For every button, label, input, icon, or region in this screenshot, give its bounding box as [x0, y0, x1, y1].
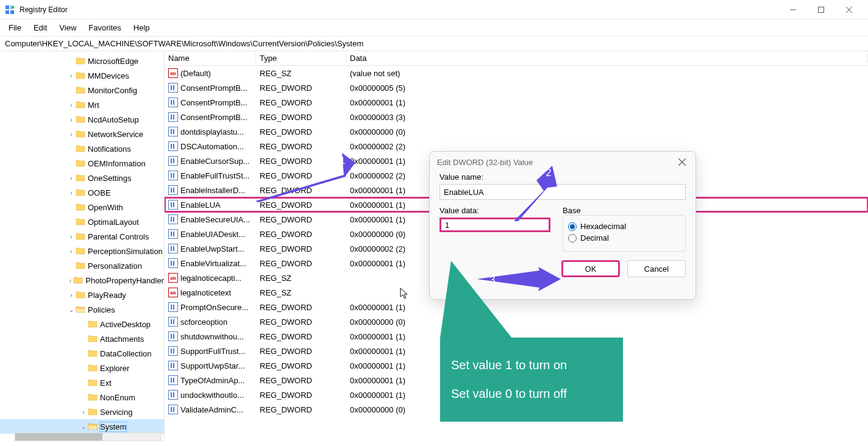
- reg-dword-icon: [168, 141, 178, 151]
- folder-icon: [76, 129, 85, 139]
- chevron-right-icon[interactable]: ›: [67, 248, 76, 255]
- tree-item[interactable]: ⌄Policies: [0, 302, 164, 317]
- callout-number-1: 1: [334, 152, 351, 169]
- tree-item-label: OOBE: [88, 188, 111, 197]
- chevron-right-icon[interactable]: ›: [67, 175, 76, 182]
- folder-icon: [76, 158, 85, 168]
- list-row[interactable]: dontdisplaylastu...REG_DWORD0x00000000 (…: [165, 124, 868, 139]
- tree-item-label: NetworkService: [88, 130, 143, 139]
- folder-icon: [73, 275, 83, 285]
- menu-view[interactable]: View: [53, 21, 82, 35]
- value-data-input[interactable]: [439, 218, 550, 232]
- list-row[interactable]: ConsentPromptB...REG_DWORD0x00000001 (1): [165, 95, 868, 110]
- value-type: REG_DWORD: [256, 142, 346, 151]
- list-row[interactable]: ab(Default)REG_SZ(value not set): [165, 66, 868, 80]
- tree-item[interactable]: ›NcdAutoSetup: [0, 112, 164, 127]
- reg-dword-icon: [168, 185, 178, 195]
- scrollbar-thumb[interactable]: [15, 433, 102, 441]
- tree-item[interactable]: ›Parental Controls: [0, 229, 164, 244]
- minimize-button[interactable]: [779, 0, 807, 19]
- folder-icon: [88, 378, 98, 388]
- column-data[interactable]: Data: [346, 54, 868, 63]
- tree-item-label: System: [100, 422, 126, 431]
- value-type: REG_DWORD: [256, 98, 346, 107]
- tree-item[interactable]: ⌄System: [0, 419, 164, 434]
- value-name: EnableVirtualizat...: [180, 259, 246, 268]
- registry-tree[interactable]: MicrosoftEdge›MMDevicesMonitorConfig›Mrt…: [0, 51, 165, 441]
- tree-item[interactable]: ActiveDesktop: [0, 317, 164, 331]
- chevron-down-icon[interactable]: ⌄: [79, 423, 88, 430]
- tree-horizontal-scrollbar[interactable]: [15, 433, 162, 441]
- folder-icon: [88, 319, 98, 329]
- chevron-right-icon[interactable]: ›: [79, 409, 88, 416]
- chevron-down-icon[interactable]: ⌄: [67, 306, 76, 313]
- tree-item[interactable]: Explorer: [0, 361, 164, 375]
- column-type[interactable]: Type: [256, 54, 346, 63]
- tree-item[interactable]: ›OOBE: [0, 185, 164, 200]
- address-text: Computer\HKEY_LOCAL_MACHINE\SOFTWARE\Mic…: [5, 39, 363, 48]
- tree-item-label: MonitorConfig: [88, 86, 137, 95]
- menu-help[interactable]: Help: [127, 21, 156, 35]
- value-name-field[interactable]: EnableLUA: [439, 184, 686, 200]
- list-row[interactable]: PromptOnSecure...REG_DWORD0x00000001 (1): [165, 300, 868, 314]
- chevron-right-icon[interactable]: ›: [67, 233, 76, 240]
- chevron-right-icon[interactable]: ›: [67, 277, 73, 284]
- tree-item[interactable]: NonEnum: [0, 390, 164, 405]
- tree-item[interactable]: OEMInformation: [0, 156, 164, 171]
- tree-item[interactable]: OpenWith: [0, 200, 164, 214]
- chevron-right-icon[interactable]: ›: [67, 73, 76, 79]
- dialog-close-icon[interactable]: [676, 156, 688, 168]
- reg-dword-icon: [168, 200, 178, 210]
- tree-item-label: DataCollection: [100, 349, 152, 358]
- list-row[interactable]: ConsentPromptB...REG_DWORD0x00000005 (5): [165, 80, 868, 95]
- value-type: REG_DWORD: [256, 171, 346, 180]
- menu-edit[interactable]: Edit: [27, 21, 53, 35]
- close-button[interactable]: [835, 0, 863, 19]
- tree-item[interactable]: MonitorConfig: [0, 83, 164, 97]
- value-name: undockwithoutlo...: [180, 391, 244, 400]
- tree-item[interactable]: OptimalLayout: [0, 214, 164, 229]
- list-header[interactable]: Name Type Data: [165, 51, 868, 66]
- tree-item[interactable]: ›PlayReady: [0, 288, 164, 302]
- ok-button[interactable]: OK: [561, 260, 620, 277]
- tree-item[interactable]: Notifications: [0, 141, 164, 156]
- tree-item[interactable]: ›PerceptionSimulation: [0, 244, 164, 258]
- value-type: REG_DWORD: [256, 303, 346, 312]
- address-bar[interactable]: Computer\HKEY_LOCAL_MACHINE\SOFTWARE\Mic…: [0, 37, 868, 51]
- maximize-button[interactable]: [807, 0, 835, 19]
- chevron-right-icon[interactable]: ›: [67, 189, 76, 196]
- svg-rect-2: [5, 10, 9, 14]
- folder-icon: [88, 392, 98, 402]
- tree-item[interactable]: ›PhotoPropertyHandler: [0, 273, 164, 288]
- chevron-right-icon[interactable]: ›: [67, 102, 76, 108]
- value-name: SupportFullTrust...: [180, 347, 245, 356]
- tree-item[interactable]: MicrosoftEdge: [0, 54, 164, 68]
- value-name: TypeOfAdminAp...: [180, 376, 245, 385]
- tree-item[interactable]: ›Servicing: [0, 405, 164, 419]
- tree-item[interactable]: ›MMDevices: [0, 68, 164, 83]
- column-name[interactable]: Name: [165, 54, 256, 63]
- tree-item[interactable]: Ext: [0, 375, 164, 390]
- folder-icon: [76, 56, 85, 66]
- value-name: EnableUwpStart...: [180, 244, 244, 253]
- tree-item[interactable]: Personalization: [0, 258, 164, 273]
- list-row[interactable]: ConsentPromptB...REG_DWORD0x00000003 (3): [165, 110, 868, 124]
- menu-file[interactable]: File: [2, 21, 27, 35]
- list-row[interactable]: scforceoptionREG_DWORD0x00000000 (0): [165, 314, 868, 329]
- value-data: 0x00000000 (0): [346, 127, 868, 136]
- tree-item-label: Ext: [100, 378, 112, 388]
- radio-hexadecimal[interactable]: Hexadecimal: [568, 222, 680, 231]
- value-name: EnableUIADeskt...: [180, 230, 245, 239]
- chevron-right-icon[interactable]: ›: [67, 131, 76, 138]
- radio-decimal[interactable]: Decimal: [568, 233, 680, 242]
- tree-item[interactable]: ›OneSettings: [0, 171, 164, 185]
- cancel-button[interactable]: Cancel: [627, 260, 686, 277]
- folder-icon: [76, 232, 85, 241]
- tree-item[interactable]: DataCollection: [0, 346, 164, 361]
- chevron-right-icon[interactable]: ›: [67, 292, 76, 299]
- menu-favorites[interactable]: Favorites: [82, 21, 127, 35]
- tree-item[interactable]: ›Mrt: [0, 97, 164, 112]
- tree-item[interactable]: Attachments: [0, 331, 164, 346]
- tree-item[interactable]: ›NetworkService: [0, 127, 164, 141]
- chevron-right-icon[interactable]: ›: [67, 116, 76, 123]
